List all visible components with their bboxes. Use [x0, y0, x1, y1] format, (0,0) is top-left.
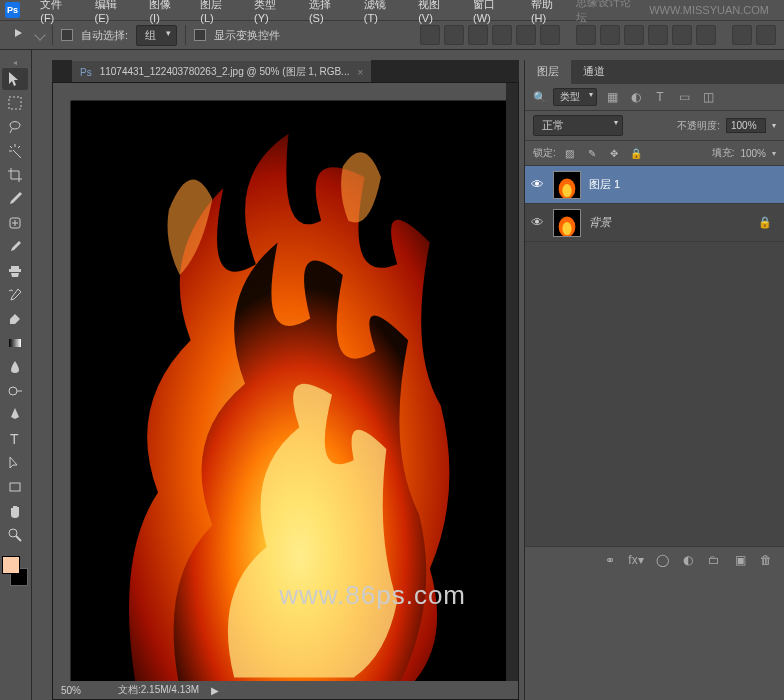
visibility-icon[interactable]: 👁 [529, 177, 545, 192]
distribute-vcenter-icon[interactable] [600, 25, 620, 45]
blend-mode-select[interactable]: 正常 [533, 115, 623, 136]
distribute-right-icon[interactable] [696, 25, 716, 45]
rectangle-tool[interactable] [2, 476, 28, 498]
clone-stamp-tool[interactable] [2, 260, 28, 282]
crop-tool[interactable] [2, 164, 28, 186]
vertical-ruler[interactable] [53, 101, 71, 681]
menu-image[interactable]: 图像(I) [139, 0, 190, 26]
auto-align-icon[interactable] [732, 25, 752, 45]
auto-select-checkbox[interactable] [61, 29, 73, 41]
3d-mode-icon[interactable] [756, 25, 776, 45]
pen-tool[interactable] [2, 404, 28, 426]
opacity-value[interactable]: 100% [726, 118, 766, 133]
lasso-tool[interactable] [2, 116, 28, 138]
menu-select[interactable]: 选择(S) [299, 0, 354, 26]
menu-edit[interactable]: 编辑(E) [85, 0, 140, 26]
toolbox-handle[interactable] [2, 58, 28, 66]
color-swatches[interactable] [2, 556, 28, 586]
filter-adjust-icon[interactable]: ◐ [627, 88, 645, 106]
svg-rect-2 [9, 339, 21, 347]
align-hcenter-icon[interactable] [516, 25, 536, 45]
tab-layers[interactable]: 图层 [525, 60, 571, 84]
filter-image-icon[interactable]: ▦ [603, 88, 621, 106]
layer-thumbnail[interactable] [553, 209, 581, 237]
layer-name[interactable]: 图层 1 [589, 177, 780, 192]
layer-mask-icon[interactable]: ◯ [654, 552, 670, 568]
filter-smart-icon[interactable]: ◫ [699, 88, 717, 106]
align-vcenter-icon[interactable] [444, 25, 464, 45]
new-group-icon[interactable]: 🗀 [706, 552, 722, 568]
canvas[interactable]: www.86ps.com [71, 101, 506, 681]
doc-info-arrow-icon[interactable]: ▶ [211, 685, 219, 696]
distribute-bottom-icon[interactable] [624, 25, 644, 45]
tool-preset-dropdown[interactable] [34, 29, 45, 40]
separator [185, 25, 186, 45]
path-selection-tool[interactable] [2, 452, 28, 474]
align-top-icon[interactable] [420, 25, 440, 45]
blur-tool[interactable] [2, 356, 28, 378]
menu-window[interactable]: 窗口(W) [463, 0, 521, 26]
workspace: T Ps 11074431_122403780263_2.jpg @ 50% (… [0, 50, 784, 700]
adjustment-layer-icon[interactable]: ◐ [680, 552, 696, 568]
align-right-icon[interactable] [540, 25, 560, 45]
zoom-level[interactable]: 50% [61, 685, 106, 696]
watermark-text: www.86ps.com [279, 580, 466, 611]
dodge-tool[interactable] [2, 380, 28, 402]
gradient-tool[interactable] [2, 332, 28, 354]
marquee-tool[interactable] [2, 92, 28, 114]
eyedropper-tool[interactable] [2, 188, 28, 210]
show-transform-checkbox[interactable] [194, 29, 206, 41]
tab-channels[interactable]: 通道 [571, 60, 617, 84]
horizontal-ruler[interactable] [71, 83, 506, 101]
menu-layer[interactable]: 图层(L) [190, 0, 244, 26]
menu-type[interactable]: 类型(Y) [244, 0, 299, 26]
menu-view[interactable]: 视图(V) [408, 0, 463, 26]
lock-row: 锁定: ▨ ✎ ✥ 🔒 填充: 100% ▾ [525, 141, 784, 166]
distribute-left-icon[interactable] [648, 25, 668, 45]
visibility-icon[interactable]: 👁 [529, 215, 545, 230]
zoom-tool[interactable] [2, 524, 28, 546]
filter-type-icon[interactable]: T [651, 88, 669, 106]
lock-image-icon[interactable]: ✎ [584, 145, 600, 161]
menu-help[interactable]: 帮助(H) [521, 0, 576, 26]
magic-wand-tool[interactable] [2, 140, 28, 162]
new-layer-icon[interactable]: ▣ [732, 552, 748, 568]
menu-file[interactable]: 文件(F) [30, 0, 84, 26]
hand-tool[interactable] [2, 500, 28, 522]
align-left-icon[interactable] [492, 25, 512, 45]
auto-select-type[interactable]: 组 [136, 25, 177, 46]
opacity-dropdown-icon[interactable]: ▾ [772, 121, 776, 130]
menu-filter[interactable]: 滤镜(T) [354, 0, 408, 26]
align-bottom-icon[interactable] [468, 25, 488, 45]
layer-style-icon[interactable]: fx▾ [628, 552, 644, 568]
filter-shape-icon[interactable]: ▭ [675, 88, 693, 106]
layer-thumbnail[interactable] [553, 171, 581, 199]
document-tab[interactable]: Ps 11074431_122403780263_2.jpg @ 50% (图层… [72, 60, 371, 83]
layer-name[interactable]: 背景 [589, 215, 750, 230]
history-brush-tool[interactable] [2, 284, 28, 306]
lock-all-icon[interactable]: 🔒 [628, 145, 644, 161]
delete-layer-icon[interactable]: 🗑 [758, 552, 774, 568]
close-document-icon[interactable]: × [357, 67, 363, 78]
filter-type-select[interactable]: 类型 [553, 88, 597, 106]
fill-dropdown-icon[interactable]: ▾ [772, 149, 776, 158]
lock-position-icon[interactable]: ✥ [606, 145, 622, 161]
foreground-color[interactable] [2, 556, 20, 574]
link-layers-icon[interactable]: ⚭ [602, 552, 618, 568]
healing-brush-tool[interactable] [2, 212, 28, 234]
lock-transparency-icon[interactable]: ▨ [562, 145, 578, 161]
blend-mode-row: 正常 不透明度: 100% ▾ [525, 111, 784, 141]
distribute-top-icon[interactable] [576, 25, 596, 45]
svg-text:T: T [10, 431, 19, 447]
move-tool[interactable] [2, 68, 28, 90]
show-transform-label: 显示变换控件 [214, 28, 280, 43]
distribute-hcenter-icon[interactable] [672, 25, 692, 45]
layer-item-1[interactable]: 👁 图层 1 [525, 166, 784, 204]
fill-value[interactable]: 100% [740, 148, 766, 159]
eraser-tool[interactable] [2, 308, 28, 330]
layer-item-background[interactable]: 👁 背景 🔒 [525, 204, 784, 242]
type-tool[interactable]: T [2, 428, 28, 450]
status-bar: 50% 文档:2.15M/4.13M ▶ [53, 681, 518, 699]
document-area: Ps 11074431_122403780263_2.jpg @ 50% (图层… [52, 60, 519, 700]
brush-tool[interactable] [2, 236, 28, 258]
